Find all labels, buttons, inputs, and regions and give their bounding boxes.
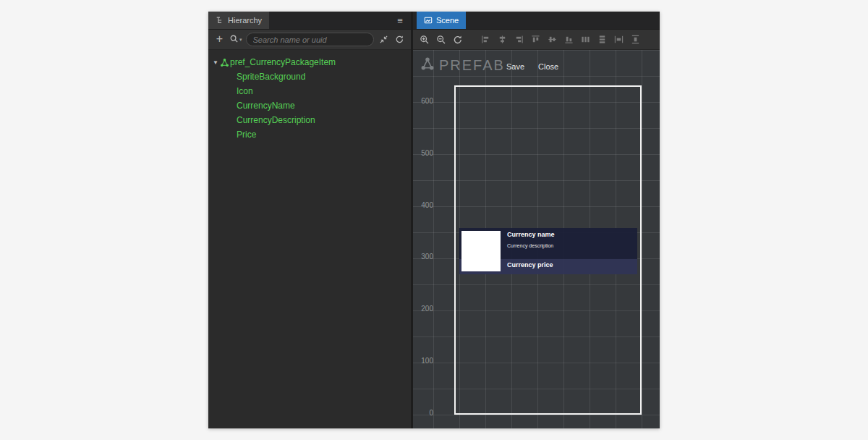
hierarchy-tree-icon — [216, 16, 224, 25]
scene-tabbar: Scene — [413, 12, 660, 30]
distribute-h-icon[interactable] — [579, 33, 592, 46]
search-icon — [229, 33, 239, 46]
tree-node[interactable]: Icon — [208, 84, 411, 98]
collapse-all-icon[interactable] — [378, 33, 390, 46]
panel-menu-icon[interactable]: ≡ — [389, 12, 411, 29]
align-center-h-icon[interactable] — [496, 33, 509, 46]
add-node-button[interactable]: + — [213, 33, 226, 46]
tree-node-root[interactable]: ▼ pref_CurrencyPackageItem — [208, 55, 411, 69]
zoom-in-icon[interactable] — [418, 33, 430, 46]
align-top-icon[interactable] — [529, 33, 542, 46]
reset-view-icon[interactable] — [451, 33, 464, 46]
zoom-out-icon[interactable] — [435, 33, 447, 46]
scene-canvas[interactable]: PREFAB Save Close 600 500 400 300 200 10… — [413, 50, 660, 428]
tree-node[interactable]: SpriteBackground — [208, 69, 411, 84]
currency-description-text: Currency description — [507, 243, 553, 248]
currency-name-text: Currency name — [507, 231, 555, 238]
ruler-label: 500 — [417, 149, 433, 157]
tree-node-label: Price — [237, 130, 256, 140]
prefab-watermark: PREFAB — [420, 56, 505, 74]
align-center-v-icon[interactable] — [546, 33, 558, 46]
distribute-v-icon[interactable] — [596, 33, 608, 46]
search-input[interactable] — [246, 33, 374, 46]
ruler-label: 200 — [417, 305, 433, 313]
tree-node-label: Icon — [237, 86, 253, 96]
ruler-label: 600 — [417, 97, 433, 105]
scene-image-icon — [424, 16, 433, 25]
tab-hierarchy[interactable]: Hierarchy — [208, 12, 269, 29]
scene-panel: Scene — [413, 12, 660, 428]
ruler-label: 0 — [417, 409, 433, 417]
currency-package-item-node[interactable]: Currency name Currency description Curre… — [459, 228, 637, 274]
hierarchy-panel: Hierarchy ≡ + ▾ — [208, 12, 413, 428]
align-bottom-icon[interactable] — [563, 33, 575, 46]
tree-node-label: CurrencyDescription — [237, 115, 315, 125]
align-left-icon[interactable] — [480, 33, 492, 46]
hierarchy-tree: ▼ pref_CurrencyPackageItem SpriteBackgro… — [208, 50, 411, 428]
tabbar-spacer — [466, 12, 660, 29]
refresh-icon[interactable] — [393, 33, 406, 46]
close-button[interactable]: Close — [538, 61, 558, 72]
ruler-label: 300 — [417, 253, 433, 261]
align-right-icon[interactable] — [513, 33, 525, 46]
tree-node-label: pref_CurrencyPackageItem — [230, 57, 336, 67]
tree-node-label: CurrencyName — [237, 101, 295, 111]
tree-node[interactable]: CurrencyName — [208, 98, 411, 113]
hierarchy-toolbar: + ▾ — [208, 30, 411, 50]
tab-scene[interactable]: Scene — [417, 12, 466, 29]
expand-caret-icon[interactable]: ▼ — [208, 59, 218, 66]
editor-window: Hierarchy ≡ + ▾ — [208, 12, 660, 428]
stretch-height-icon[interactable] — [629, 33, 642, 46]
stretch-width-icon[interactable] — [613, 33, 625, 46]
search-filter-button[interactable]: ▾ — [229, 33, 242, 46]
tree-node[interactable]: Price — [208, 127, 411, 142]
scene-toolbar — [413, 30, 660, 50]
tab-scene-label: Scene — [436, 16, 459, 25]
tab-hierarchy-label: Hierarchy — [228, 16, 262, 25]
ruler-label: 400 — [417, 201, 433, 209]
ruler-label: 100 — [417, 357, 433, 365]
tabbar-spacer — [269, 12, 389, 29]
hierarchy-tabbar: Hierarchy ≡ — [208, 12, 411, 30]
tree-node[interactable]: CurrencyDescription — [208, 113, 411, 127]
chevron-down-icon: ▾ — [239, 37, 242, 43]
prefab-icon — [218, 58, 230, 67]
prefab-icon — [420, 56, 435, 74]
prefab-watermark-label: PREFAB — [439, 57, 505, 74]
tree-node-label: SpriteBackground — [237, 72, 305, 82]
currency-icon-placeholder — [461, 231, 501, 271]
currency-price-text: Currency price — [507, 261, 553, 268]
save-button[interactable]: Save — [506, 61, 524, 72]
